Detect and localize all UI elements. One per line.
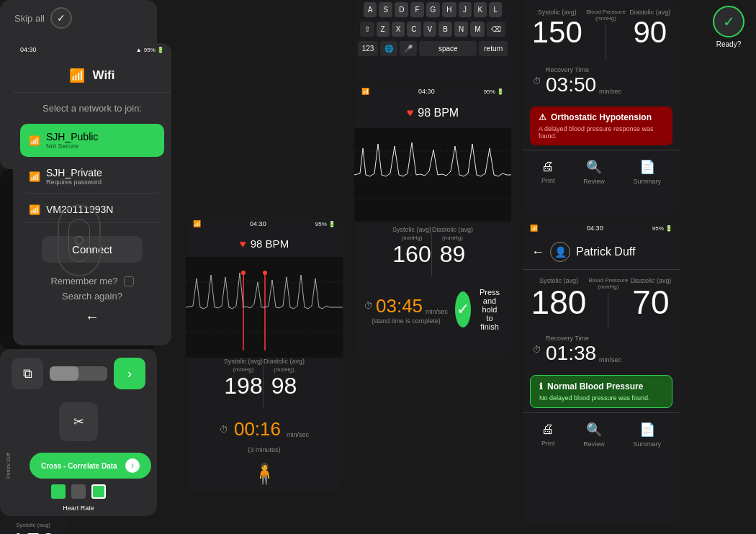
- patient-summary-action[interactable]: 📄 Summary: [634, 422, 662, 448]
- bottom-icons-panel: ⧉ › ✂ Patrick Duff Cross - Correlate Dat…: [0, 349, 157, 516]
- scissors-button[interactable]: ✂: [59, 402, 98, 441]
- key-g[interactable]: G: [426, 2, 441, 17]
- key-a[interactable]: A: [364, 2, 377, 17]
- patient-print-action[interactable]: 🖨 Print: [541, 422, 555, 448]
- heart-icon: ♥: [240, 237, 246, 250]
- layers-button[interactable]: ⧉: [12, 358, 43, 389]
- heart-icon-large: ♥: [407, 107, 414, 119]
- condition-title: ⚠ Orthostatic Hypotension: [539, 112, 664, 122]
- diastolic-large: Diastolic (avg) (mmHg) 89: [432, 226, 473, 276]
- print-action[interactable]: 🖨 Print: [541, 159, 555, 185]
- summary-action[interactable]: 📄 Summary: [634, 159, 662, 185]
- key-d[interactable]: D: [395, 2, 408, 17]
- patient-bp-divider: [608, 293, 608, 329]
- patient-print-label: Print: [541, 440, 555, 447]
- patient-avatar[interactable]: 👤: [550, 242, 570, 262]
- scissor-row: ✂: [0, 398, 157, 445]
- key-b[interactable]: B: [438, 22, 452, 37]
- svg-point-7: [263, 271, 267, 275]
- next-button[interactable]: ›: [114, 358, 145, 389]
- bp-main-panel: Systolic (avg) 150 Blood Pressure(mmHg) …: [523, 0, 680, 216]
- square-green: [51, 484, 66, 499]
- patient-status-bar: 📶 04:30 95% 🔋: [523, 222, 680, 235]
- key-n[interactable]: N: [454, 22, 468, 37]
- recovery-time: 03:50: [546, 73, 596, 96]
- timer-unit: min/sec: [287, 431, 309, 438]
- key-x[interactable]: X: [392, 22, 405, 37]
- person-icon: 🧍: [252, 462, 277, 486]
- slider-bar[interactable]: [50, 366, 107, 381]
- key-m[interactable]: M: [470, 22, 485, 37]
- skip-check-circle[interactable]: ✓: [50, 7, 72, 29]
- status-bar: 04:30 ▲ 95% 🔋: [13, 43, 171, 56]
- patient-review-action[interactable]: 🔍 Review: [583, 422, 605, 448]
- person-icon-row: 🧍: [186, 453, 343, 491]
- mmhg-label: (mmHg): [224, 366, 263, 373]
- remember-row: Remember me?: [13, 276, 171, 286]
- info-icon: ℹ: [539, 381, 543, 392]
- pill-arrow[interactable]: ›: [125, 458, 140, 473]
- key-mic[interactable]: 🎤: [400, 41, 417, 56]
- green-pill[interactable]: Cross - Correlate Data ›: [30, 453, 151, 479]
- square-grey: [71, 484, 86, 499]
- patient-name: Patrick Duff: [576, 245, 635, 258]
- diastolic-label: Diastolic (avg): [264, 358, 305, 365]
- wifi-header: 📶 Wifi: [13, 56, 171, 93]
- bp-stats-row: Systolic (avg) (mmHg) 198 Diastolic (avg…: [186, 358, 343, 412]
- key-l[interactable]: L: [489, 2, 502, 17]
- ready-label: Ready?: [716, 40, 741, 48]
- print-icon: 🖨: [541, 159, 554, 174]
- key-space[interactable]: space: [419, 41, 477, 56]
- patient-summary-icon: 📄: [639, 422, 655, 438]
- key-z[interactable]: Z: [377, 22, 390, 37]
- heart-rate-label: Heart Rate: [0, 504, 157, 516]
- systolic-main: 150: [532, 17, 582, 47]
- recovery-label: Recovery Time: [546, 66, 621, 73]
- back-arrow[interactable]: ←: [13, 309, 171, 325]
- key-s[interactable]: S: [379, 2, 392, 17]
- systolic-large: Systolic (avg) (mmHg) 160: [392, 226, 431, 276]
- key-shift[interactable]: ⇧: [360, 22, 374, 37]
- remember-checkbox[interactable]: [124, 276, 134, 286]
- battery-icon: 95% 🔋: [144, 47, 164, 53]
- wifi-subtitle: Select a network to join:: [13, 93, 171, 121]
- timer-row: ⏱ 00:16 min/sec: [186, 412, 343, 446]
- print-label: Print: [541, 177, 555, 184]
- status-bar-large: 📶 04:30 95% 🔋: [354, 85, 511, 98]
- patient-back-btn[interactable]: ←: [531, 245, 544, 260]
- clock-icon: ⏱: [220, 425, 228, 435]
- bpm-large-value: 98 BPM: [418, 107, 459, 119]
- key-return[interactable]: return: [479, 41, 508, 56]
- icon-top-row: ⧉ ›: [0, 349, 157, 398]
- key-delete[interactable]: ⌫: [487, 22, 505, 37]
- keyboard-row-2: ⇧ Z X C V B N M ⌫: [354, 19, 511, 39]
- key-h[interactable]: H: [442, 2, 456, 17]
- network-item-sjh-public[interactable]: 📶 SJH_Public Not Secure: [20, 124, 164, 157]
- network-wifi-icon-2: 📶: [29, 171, 40, 182]
- ready-area: ✓ Ready?: [713, 6, 744, 48]
- diastolic-stat: Diastolic (avg) (mmHg) 98: [264, 358, 305, 408]
- timer-unit-large: min/sec: [426, 308, 448, 315]
- keyboard-row-3: 123 🌐 🎤 space return: [354, 39, 511, 58]
- network-item-sjh-private[interactable]: 📶 SJH_Private Requires password: [20, 160, 164, 194]
- network-status-2: Requires password: [46, 178, 102, 186]
- review-action[interactable]: 🔍 Review: [583, 159, 605, 185]
- network-name-2: SJH_Private: [46, 167, 102, 178]
- remember-label: Remember me?: [50, 276, 117, 286]
- key-globe[interactable]: 🌐: [380, 41, 397, 56]
- key-j[interactable]: J: [459, 2, 472, 17]
- cord-device: [58, 204, 101, 276]
- key-v[interactable]: V: [423, 22, 437, 37]
- partial-bp-value: 150: [4, 528, 62, 534]
- key-k[interactable]: K: [474, 2, 487, 17]
- status-bar-bpm: 📶 04:30 95% 🔋: [186, 217, 343, 230]
- key-f[interactable]: F: [410, 2, 423, 17]
- finish-button[interactable]: ✓: [455, 291, 471, 327]
- patient-diastolic-value: 70: [630, 286, 671, 319]
- skip-area[interactable]: Skip all ✓: [14, 7, 72, 29]
- key-c[interactable]: C: [407, 22, 420, 37]
- hold-text: Press and holdto finish: [478, 288, 501, 331]
- key-numbers[interactable]: 123: [358, 41, 379, 56]
- clock-icon-large: ⏱: [364, 301, 373, 311]
- ready-circle[interactable]: ✓: [713, 6, 744, 37]
